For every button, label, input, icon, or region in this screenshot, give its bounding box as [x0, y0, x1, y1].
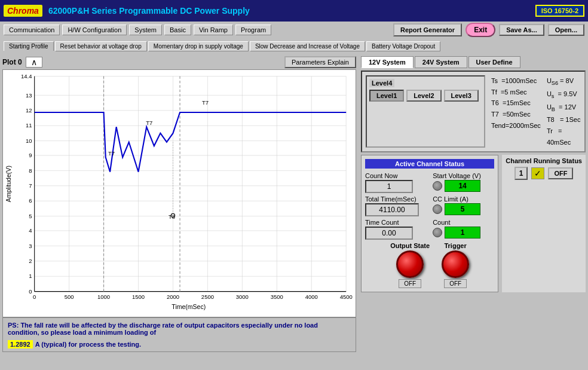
voltage-params: US6 = 8V Us = 9.5V UB = 12V T8 = 1Sec Tr…	[547, 75, 581, 148]
open-button[interactable]: Open...	[548, 24, 584, 36]
svg-text:T7: T7	[146, 120, 152, 126]
header-title: 62000P&H Series Programmable DC Power Su…	[48, 6, 535, 16]
count-value: 1	[445, 227, 480, 238]
profile-tab-slow[interactable]: Slow Decrease and Increase of Voltage	[250, 41, 365, 51]
system-tabs: 12V System 24V System User Define	[361, 56, 586, 68]
level4-label: Level4	[369, 79, 394, 87]
ts-param: Ts =1000mSec	[491, 75, 541, 87]
nav-basic[interactable]: Basic	[164, 25, 191, 35]
profile-tab-reset[interactable]: Reset behavior at voltage drop	[55, 41, 147, 51]
level-buttons: Level1 Level2 Level3	[369, 90, 482, 102]
svg-text:0: 0	[33, 293, 36, 300]
time-count-input[interactable]	[365, 227, 413, 240]
right-buttons: Report Generator Exit Save As... Open...	[393, 23, 584, 37]
exit-button[interactable]: Exit	[466, 23, 495, 37]
plot-waveform-icon[interactable]: ∧	[26, 57, 42, 68]
note-text-after: A (typical) for process the testing.	[35, 341, 141, 348]
svg-text:Amplitude(V): Amplitude(V)	[5, 166, 12, 202]
parameters-explain-button[interactable]: Parameters Explain	[284, 56, 356, 68]
iso-badge: ISO 16750-2	[535, 5, 584, 17]
right-panel: 12V System 24V System User Define Level4…	[359, 54, 588, 354]
svg-text:13: 13	[26, 92, 32, 99]
t6-param: T6 =15mSec	[491, 97, 541, 109]
total-time-group: Total Time(mSec)	[365, 195, 427, 216]
count-dial[interactable]	[433, 228, 442, 237]
svg-text:7: 7	[29, 182, 32, 189]
bottom-note: PS: The fall rate will be affected by th…	[2, 317, 356, 352]
start-voltage-dial[interactable]	[433, 181, 442, 191]
save-as-button[interactable]: Save As...	[499, 24, 544, 36]
ub-param: UB = 12V	[547, 102, 581, 115]
start-voltage-group: Start Voltage (V) 14	[433, 172, 494, 193]
svg-text:10: 10	[26, 137, 32, 144]
svg-text:T7: T7	[202, 99, 209, 106]
start-voltage-value: 14	[445, 180, 480, 192]
svg-text:T7: T7	[108, 150, 115, 157]
chart-svg: 0 1 2 3 4 5 6 7 8 9 10 11 12 13 14.4	[3, 70, 356, 317]
svg-text:2500: 2500	[201, 293, 214, 300]
svg-text:14.4: 14.4	[21, 73, 32, 79]
svg-text:12: 12	[26, 107, 32, 114]
plot-area: Plot 0 ∧ Parameters Explain	[0, 54, 359, 354]
svg-text:4000: 4000	[305, 293, 318, 300]
level1-button[interactable]: Level1	[369, 90, 404, 102]
svg-text:500: 500	[65, 293, 74, 300]
active-channel-status: Active Channel Status Count Now Start Vo…	[361, 155, 498, 292]
chart-container: 0 1 2 3 4 5 6 7 8 9 10 11 12 13 14.4	[2, 69, 356, 317]
count-now-group: Count Now	[365, 172, 427, 193]
running-status: Channel Running Status 1 ✓ OFF	[502, 155, 586, 292]
total-time-input[interactable]	[365, 203, 419, 216]
profile-tab-battery[interactable]: Battery Voltage Dropout	[366, 41, 440, 51]
count-row: 1	[433, 227, 494, 238]
highlight-value: 1.2892	[8, 340, 33, 348]
level2-button[interactable]: Level2	[406, 90, 441, 102]
main-content: Plot 0 ∧ Parameters Explain	[0, 54, 588, 354]
tab-12v-system[interactable]: 12V System	[361, 56, 414, 68]
svg-text:3000: 3000	[236, 293, 249, 300]
count-group: Count 1	[433, 219, 494, 240]
svg-text:1500: 1500	[132, 293, 145, 300]
trigger-label: Trigger	[444, 242, 466, 249]
trigger-group: Trigger OFF	[442, 242, 469, 288]
count-now-input[interactable]	[365, 180, 413, 193]
logo: Chroma	[4, 5, 42, 17]
running-off-badge: OFF	[548, 167, 573, 179]
output-trigger-row: Output State OFF Trigger OFF	[365, 242, 494, 288]
level-box: Level4 Level1 Level2 Level3	[366, 75, 485, 148]
nav-hw-config[interactable]: H/W Configuration	[62, 25, 127, 35]
svg-text:9: 9	[29, 152, 32, 158]
svg-text:11: 11	[26, 122, 32, 129]
nav-program[interactable]: Program	[235, 25, 271, 35]
running-status-row: 1 ✓ OFF	[506, 167, 582, 180]
nav-communication[interactable]: Communication	[4, 25, 60, 35]
report-generator-button[interactable]: Report Generator	[393, 23, 462, 36]
timing-params: Ts =1000mSec Tf =5 mSec T6 =15mSec T7 =5…	[491, 75, 541, 148]
svg-text:1: 1	[29, 273, 32, 279]
tend-param: Tend=2000mSec	[491, 120, 541, 132]
tab-24v-system[interactable]: 24V System	[415, 56, 467, 68]
channel-grid: Count Now Start Voltage (V) 14 Total Tim…	[365, 172, 494, 240]
output-off-label: OFF	[399, 279, 421, 288]
trigger-button[interactable]	[442, 250, 469, 278]
start-voltage-row: 14	[433, 180, 494, 192]
tf-param: Tf =5 mSec	[491, 87, 541, 98]
nav-system[interactable]: System	[129, 25, 162, 35]
output-state-label: Output State	[390, 242, 430, 249]
status-section: Active Channel Status Count Now Start Vo…	[361, 155, 586, 292]
level3-button[interactable]: Level3	[444, 90, 479, 102]
svg-text:Time(mSec): Time(mSec)	[172, 303, 206, 310]
nav-vin-ramp[interactable]: Vin Ramp	[194, 25, 233, 35]
output-state-button[interactable]	[396, 250, 424, 278]
svg-text:3: 3	[29, 243, 32, 249]
output-state-group: Output State OFF	[390, 242, 430, 288]
cc-limit-dial[interactable]	[433, 204, 442, 214]
active-channel-title: Active Channel Status	[365, 159, 494, 169]
svg-text:2: 2	[29, 258, 32, 264]
cc-limit-value: 5	[445, 203, 480, 215]
channel-number-badge: 1	[514, 167, 528, 180]
plot-title: Plot 0	[2, 58, 22, 66]
profile-tab-starting[interactable]: Starting Profile	[4, 41, 54, 51]
time-count-group: Time Count	[365, 219, 427, 240]
profile-tab-momentary[interactable]: Momentary drop in supply voltage	[148, 41, 249, 51]
tab-user-define[interactable]: User Define	[468, 56, 520, 68]
